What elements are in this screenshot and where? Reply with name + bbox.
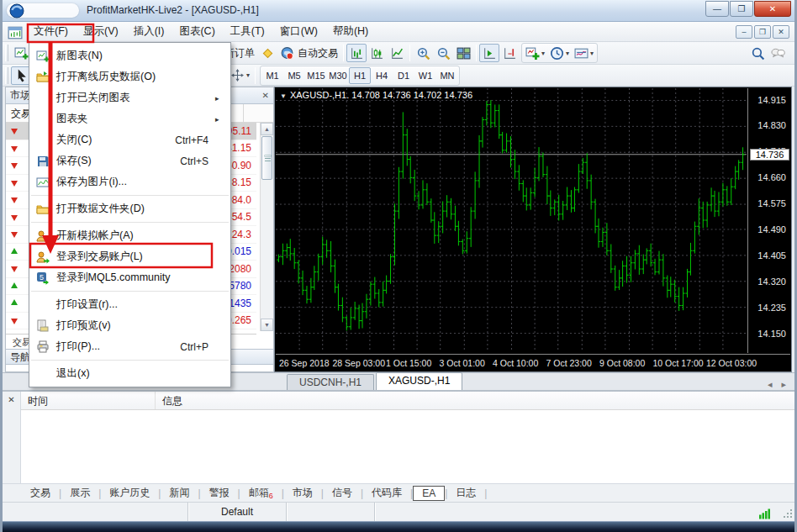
terminal-tab-账户历史[interactable]: 账户历史	[101, 484, 158, 502]
chat-button[interactable]	[768, 44, 788, 62]
terminal-tab-警报[interactable]: 警报	[201, 484, 238, 502]
profile-status-cell[interactable]: Default	[187, 503, 286, 521]
zoom-out-button[interactable]	[433, 44, 453, 62]
file-menu-item[interactable]: 关闭(C)Ctrl+F4	[29, 129, 230, 150]
chart-tab-USDCNHH1[interactable]: USDCNH-,H1	[287, 374, 374, 390]
price-tick-label: 14.320	[757, 277, 786, 287]
menubar-item-V[interactable]: 显示(V)	[76, 22, 126, 41]
toolbar-drag-handle[interactable]	[5, 67, 8, 84]
title-bar: ProfitMarketHK-Live2 - [XAGUSD-,H1] — ❐ …	[3, 0, 794, 22]
mdi-close-button[interactable]: ✕	[773, 25, 789, 39]
scroll-down-button[interactable]: ▼	[261, 319, 273, 331]
periods-dropdown[interactable]: ▾	[547, 44, 572, 62]
resize-grip[interactable]	[783, 508, 793, 519]
tabs-scroll-left-icon[interactable]: ◂	[768, 379, 773, 389]
tabs-scroll-right-icon[interactable]: ▸	[781, 379, 786, 389]
line-chart-mode-button[interactable]	[387, 44, 407, 62]
chart-ohlc-header: ▼XAGUSD-,H1. 14.708 14.736 14.702 14.736	[280, 90, 472, 100]
file-menu-item[interactable]: 打开离线历史数据(O)	[29, 66, 230, 87]
terminal-tab-信号[interactable]: 信号	[324, 484, 361, 502]
file-menu-item[interactable]: 保存(S)Ctrl+S	[29, 150, 230, 171]
timeframe-button-H1[interactable]: H1	[349, 67, 371, 84]
search-button[interactable]	[747, 44, 768, 62]
file-menu-item[interactable]: 保存为图片(i)...	[29, 171, 230, 192]
menubar-item-T[interactable]: 工具(T)	[223, 22, 272, 41]
time-column-header[interactable]: 时间	[21, 392, 156, 409]
file-menu-item[interactable]: 打印设置(r)...	[29, 294, 230, 315]
candlestick-mode-button[interactable]	[367, 44, 387, 62]
metaeditor-button[interactable]	[257, 44, 277, 62]
terminal-tab-交易[interactable]: 交易	[22, 484, 59, 502]
price-axis[interactable]: 14.91514.83014.74514.66014.57514.49014.4…	[747, 88, 791, 353]
market-watch-close-icon[interactable]: ✕	[262, 91, 269, 100]
terminal-tab-市场[interactable]: 市场	[284, 484, 321, 502]
mdi-restore-button[interactable]: ❐	[754, 25, 771, 39]
price-down-arrow-icon	[11, 163, 18, 172]
indicators-dropdown[interactable]: ▾	[523, 44, 547, 62]
menubar-item-C[interactable]: 图表(C)	[172, 22, 222, 41]
timeframe-button-M5[interactable]: M5	[283, 67, 305, 84]
close-button[interactable]: ✕	[754, 1, 791, 17]
chart-window-icon[interactable]	[8, 25, 23, 39]
terminal-tab-日志[interactable]: 日志	[447, 484, 484, 502]
new-chart-icon	[14, 46, 29, 61]
toolbar-drag-handle[interactable]	[5, 45, 8, 61]
terminal-tab-新闻[interactable]: 新闻	[161, 484, 198, 502]
scrollbar-thumb[interactable]	[261, 136, 272, 180]
timeframe-button-D1[interactable]: D1	[393, 67, 414, 84]
panel-grip-icon[interactable]	[5, 487, 18, 500]
terminal-tab-展示[interactable]: 展示	[61, 484, 98, 502]
menubar-item-H[interactable]: 帮助(H)	[325, 22, 376, 41]
time-tick-label: 10 Oct 17:00	[653, 358, 704, 368]
file-menu-item[interactable]: 打印预览(v)	[29, 315, 230, 336]
file-menu-item[interactable]: 打印(P)...Ctrl+P	[29, 336, 230, 357]
time-tick-label: 7 Oct 23:00	[546, 358, 592, 368]
time-tick-label: 4 Oct 10:00	[493, 358, 538, 368]
terminal-close-icon[interactable]: ✕	[3, 395, 20, 404]
bar-chart-mode-button[interactable]	[346, 44, 367, 62]
chart-plot-area[interactable]	[276, 88, 747, 353]
file-menu-item[interactable]: 登录到交易账户(L)	[29, 246, 230, 267]
chart-dropdown-icon[interactable]: ▼	[280, 92, 287, 100]
message-column-header[interactable]: 信息	[156, 392, 794, 409]
timeframe-button-H4[interactable]: H4	[371, 67, 393, 84]
file-menu-popup: 新图表(N)打开离线历史数据(O)打开已关闭图表▸图表夹▸关闭(C)Ctrl+F…	[29, 42, 231, 387]
auto-scroll-button[interactable]	[479, 44, 499, 62]
market-watch-scrollbar[interactable]: ▲ ▼	[260, 123, 273, 331]
file-menu-item[interactable]: 图表夹▸	[29, 108, 230, 129]
templates-dropdown[interactable]: ▾	[572, 44, 596, 62]
chart-panel[interactable]: ▼XAGUSD-,H1. 14.708 14.736 14.702 14.736…	[274, 87, 792, 372]
file-menu-item[interactable]: 开新模拟帐户(A)	[29, 225, 230, 246]
timeframe-button-MN[interactable]: MN	[436, 67, 458, 84]
chart-tab-XAGUSDH1[interactable]: XAGUSD-,H1	[376, 372, 462, 390]
timeframe-button-M15[interactable]: M15	[305, 67, 327, 84]
timeframe-button-W1[interactable]: W1	[414, 67, 436, 84]
file-menu-item[interactable]: 5登录到MQL5.community	[29, 267, 230, 288]
tile-windows-button[interactable]	[453, 44, 473, 62]
time-axis[interactable]: 26 Sep 201828 Sep 03:001 Oct 15:003 Oct …	[276, 354, 790, 371]
terminal-tab-代码库[interactable]: 代码库	[363, 484, 410, 502]
file-menu-item[interactable]: 新图表(N)	[29, 45, 230, 66]
minimize-button[interactable]: —	[705, 1, 729, 17]
zoom-in-button[interactable]	[413, 44, 433, 62]
terminal-tab-EA[interactable]: EA	[413, 486, 445, 501]
mdi-minimize-button[interactable]: –	[736, 25, 752, 39]
cursor-tools-dropdown[interactable]: ▾	[228, 66, 252, 85]
status-cell	[374, 503, 744, 521]
menubar-item-W[interactable]: 窗口(W)	[272, 22, 325, 41]
timeframe-button-M1[interactable]: M1	[261, 67, 283, 84]
scroll-up-button[interactable]: ▲	[261, 123, 273, 135]
terminal-tab-邮箱[interactable]: 邮箱6	[240, 484, 282, 502]
price-up-arrow-icon	[11, 296, 18, 305]
timeframe-button-M30[interactable]: M30	[327, 67, 349, 84]
menu-item-label: 打开已关闭图表	[53, 91, 215, 105]
file-menu-item[interactable]: 打开数据文件夹(D)	[29, 198, 230, 219]
menubar-item-F[interactable]: 文件(F)	[26, 22, 76, 41]
window-title: ProfitMarketHK-Live2 - [XAGUSD-,H1]	[87, 4, 259, 16]
file-menu-item[interactable]: 退出(x)	[29, 363, 230, 384]
menubar-item-I[interactable]: 插入(I)	[126, 22, 172, 41]
file-menu-item[interactable]: 打开已关闭图表▸	[29, 87, 230, 108]
chart-shift-button[interactable]	[499, 44, 520, 62]
autotrade-button[interactable]: 自动交易	[277, 44, 340, 62]
restore-button[interactable]: ❐	[730, 1, 753, 17]
